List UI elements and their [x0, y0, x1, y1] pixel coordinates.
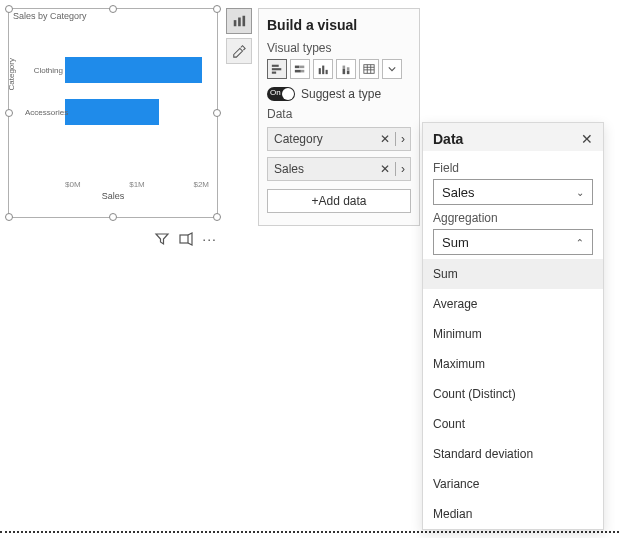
data-flyout-header: Data ✕: [423, 123, 603, 151]
aggregation-option[interactable]: Maximum: [423, 349, 603, 379]
data-flyout-panel: Data ✕ Field Sales ⌄ Aggregation Sum ⌄ S…: [422, 122, 604, 530]
page-boundary-line: [0, 531, 619, 533]
svg-rect-6: [272, 72, 276, 74]
svg-rect-9: [295, 70, 301, 73]
svg-rect-11: [319, 68, 321, 74]
bar-label: Accessories: [25, 108, 63, 117]
toggle-knob: [282, 88, 294, 100]
field-menu-icon[interactable]: ›: [398, 132, 408, 146]
aggregation-option[interactable]: Variance: [423, 469, 603, 499]
svg-rect-16: [347, 71, 350, 74]
close-icon[interactable]: ✕: [581, 131, 593, 147]
toggle-on-label: On: [270, 88, 281, 97]
visual-type-clustered-bar-icon[interactable]: [267, 59, 287, 79]
resize-handle-w[interactable]: [5, 109, 13, 117]
svg-rect-4: [272, 65, 279, 67]
chart-visual[interactable]: Sales by Category Category Clothing Acce…: [8, 8, 218, 218]
resize-handle-sw[interactable]: [5, 213, 13, 221]
suggest-type-row: On Suggest a type: [267, 87, 411, 101]
aggregation-option[interactable]: Average: [423, 289, 603, 319]
x-tick: $1M: [129, 180, 145, 189]
suggest-type-toggle[interactable]: On: [267, 87, 295, 101]
visual-type-expand-icon[interactable]: [382, 59, 402, 79]
visual-type-row: [267, 59, 411, 79]
resize-handle-ne[interactable]: [213, 5, 221, 13]
svg-rect-17: [347, 67, 350, 70]
panel-title: Build a visual: [267, 17, 411, 33]
resize-handle-e[interactable]: [213, 109, 221, 117]
pill-separator: [395, 132, 396, 146]
field-pill-label: Category: [274, 132, 323, 146]
field-pill-category[interactable]: Category ✕ ›: [267, 127, 411, 151]
build-visual-tab[interactable]: [226, 8, 252, 34]
bar-clothing: [65, 57, 202, 83]
build-visual-panel: Build a visual Visual types On Suggest a…: [258, 8, 420, 226]
field-menu-icon[interactable]: ›: [398, 162, 408, 176]
aggregation-dropdown[interactable]: Sum ⌄: [433, 229, 593, 255]
svg-rect-0: [180, 235, 188, 243]
svg-rect-15: [343, 66, 346, 69]
more-options-icon[interactable]: ···: [202, 231, 217, 247]
x-tick: $0M: [65, 180, 81, 189]
visual-type-stacked-bar-icon[interactable]: [290, 59, 310, 79]
field-pill-sales[interactable]: Sales ✕ ›: [267, 157, 411, 181]
svg-rect-10: [301, 70, 304, 73]
resize-handle-nw[interactable]: [5, 5, 13, 13]
visual-type-table-icon[interactable]: [359, 59, 379, 79]
aggregation-option[interactable]: Standard deviation: [423, 439, 603, 469]
aggregation-option[interactable]: Minimum: [423, 319, 603, 349]
visual-types-label: Visual types: [267, 41, 411, 55]
remove-field-icon[interactable]: ✕: [377, 162, 393, 176]
svg-rect-18: [364, 65, 374, 74]
chart-bars: Clothing Accessories: [65, 53, 217, 178]
chevron-up-icon: ⌄: [576, 237, 584, 248]
data-section-label: Data: [267, 107, 411, 121]
field-pill-label: Sales: [274, 162, 304, 176]
field-label: Field: [433, 161, 593, 175]
aggregation-label: Aggregation: [433, 211, 593, 225]
svg-rect-7: [295, 66, 299, 69]
svg-rect-8: [299, 66, 304, 69]
chevron-down-icon: ⌄: [576, 187, 584, 198]
visual-type-column-icon[interactable]: [313, 59, 333, 79]
x-axis-ticks: $0M $1M $2M: [65, 178, 209, 189]
remove-field-icon[interactable]: ✕: [377, 132, 393, 146]
x-tick: $2M: [193, 180, 209, 189]
bar-row: Clothing: [65, 53, 217, 87]
visual-action-bar: ···: [154, 231, 217, 247]
data-flyout-title: Data: [433, 131, 463, 147]
field-dropdown[interactable]: Sales ⌄: [433, 179, 593, 205]
add-data-button[interactable]: +Add data: [267, 189, 411, 213]
resize-handle-s[interactable]: [109, 213, 117, 221]
svg-rect-3: [243, 16, 246, 27]
aggregation-dropdown-value: Sum: [442, 235, 469, 250]
svg-rect-5: [272, 68, 281, 70]
aggregation-option[interactable]: Count: [423, 409, 603, 439]
visual-type-stacked-column-icon[interactable]: [336, 59, 356, 79]
svg-rect-12: [322, 66, 324, 75]
aggregation-option[interactable]: Count (Distinct): [423, 379, 603, 409]
aggregation-option[interactable]: Median: [423, 499, 603, 529]
svg-rect-1: [234, 20, 237, 26]
resize-handle-se[interactable]: [213, 213, 221, 221]
aggregation-option-list: Sum Average Minimum Maximum Count (Disti…: [423, 259, 603, 529]
x-axis-label: Sales: [9, 191, 217, 201]
bar-row: Accessories: [65, 95, 217, 129]
format-visual-tab[interactable]: [226, 38, 252, 64]
visual-tool-toggle: [226, 8, 252, 64]
bar-accessories: [65, 99, 159, 125]
aggregation-option[interactable]: Sum: [423, 259, 603, 289]
chart-body: Category Clothing Accessories: [9, 23, 217, 178]
suggest-type-label: Suggest a type: [301, 87, 381, 101]
svg-rect-2: [238, 18, 241, 27]
svg-rect-13: [326, 70, 328, 74]
focus-mode-icon[interactable]: [178, 231, 194, 247]
pill-separator: [395, 162, 396, 176]
bar-label: Clothing: [25, 66, 63, 75]
filter-icon[interactable]: [154, 231, 170, 247]
field-dropdown-value: Sales: [442, 185, 475, 200]
svg-rect-14: [343, 69, 346, 74]
y-axis-label: Category: [7, 58, 16, 90]
resize-handle-n[interactable]: [109, 5, 117, 13]
